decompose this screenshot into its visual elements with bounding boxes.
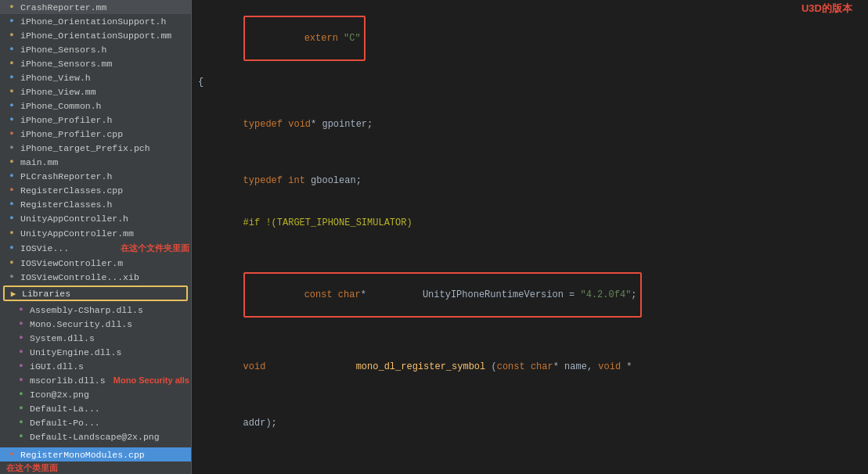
annotation-class-label: 在这个类里面: [6, 462, 58, 474]
code-line-typedef-void: typedef void* gpointer;: [192, 89, 868, 145]
sidebar-item-iphone-prefix[interactable]: ● iPhone_target_Prefix.pch: [0, 141, 191, 155]
sidebar-item-iosview-h[interactable]: ● IOSVie...: [0, 241, 121, 255]
file-tree-sidebar[interactable]: ● CrashReporter.mm ● iPhone_OrientationS…: [0, 0, 192, 474]
pch-file-icon: ●: [6, 142, 17, 153]
mm-file-icon: ●: [6, 86, 17, 97]
sidebar-item-iosviewcontroller-xib[interactable]: ● IOSViewControlle...xib: [0, 270, 191, 284]
xib-file-icon: ●: [6, 271, 17, 282]
annotation-folder-label: 在这个文件夹里面: [121, 242, 189, 254]
s-file-icon: ●: [16, 318, 27, 329]
mm-file-icon: ●: [6, 257, 17, 268]
png-file-icon: ●: [16, 417, 27, 428]
sidebar-item-crashreporter[interactable]: ● CrashReporter.mm: [0, 0, 191, 14]
code-editor-main[interactable]: extern "C" U3D的版本 { typedef void* gpoint…: [192, 0, 868, 474]
sidebar-item-iphone-profiler-h[interactable]: ● iPhone_Profiler.h: [0, 113, 191, 127]
sidebar-item-default-po[interactable]: ● Default-Po...: [0, 415, 191, 429]
sidebar-item-iphone-orient-h[interactable]: ● iPhone_OrientationSupport.h: [0, 14, 191, 28]
h-file-icon: ●: [6, 16, 17, 27]
cpp-file-icon: ●: [6, 449, 17, 460]
sidebar-item-plcrash-h[interactable]: ● PLCrashReporter.h: [0, 169, 191, 183]
sidebar-item-mscorlib-s[interactable]: ● mscorlib.dll.s: [0, 373, 113, 387]
png-file-icon: ●: [16, 431, 27, 442]
s-file-icon: ●: [16, 332, 27, 343]
sidebar-item-igui-s[interactable]: ● iGUI.dll.s: [0, 359, 191, 373]
h-file-icon: ●: [6, 171, 17, 181]
s-file-icon: ●: [16, 375, 27, 386]
code-line-runtime-version: const char* UnityIPhoneRuntimeVersion = …: [192, 244, 868, 332]
sidebar-item-unityengine-s[interactable]: ● UnityEngine.dll.s: [0, 345, 191, 359]
h-file-icon: ●: [6, 199, 17, 210]
sidebar-item-iphone-orient-mm[interactable]: ● iPhone_OrientationSupport.mm: [0, 28, 191, 42]
h-file-icon: ●: [6, 242, 17, 253]
code-line-mono-dl: void mono_dl_register_symbol (const char…: [192, 332, 868, 388]
code-line-extern-c: extern "C" U3D的版本: [192, 2, 868, 75]
cpp-file-icon: ●: [6, 185, 17, 196]
h-file-icon: ●: [6, 72, 17, 83]
sidebar-item-registermonomodules-cpp[interactable]: ● RegisterMonoModules.cpp: [0, 447, 191, 461]
png-file-icon: ●: [16, 389, 27, 400]
annotation-mono-security-label: Mono Security alls: [113, 375, 189, 385]
mm-file-icon: ●: [6, 156, 17, 167]
sidebar-item-icon-png[interactable]: ● Icon@2x.png: [0, 387, 191, 401]
sidebar-item-unityappcontroller-h[interactable]: ● UnityAppController.h: [0, 211, 191, 225]
sidebar-item-mono-security-s[interactable]: ● Mono.Security.dll.s: [0, 317, 191, 331]
sidebar-item-default-landscape[interactable]: ● Default-Landscape@2x.png: [0, 429, 191, 443]
cpp-file-icon: ●: [6, 128, 17, 139]
sidebar-item-registerclasses-h[interactable]: ● RegisterClasses.h: [0, 197, 191, 211]
sidebar-item-iphone-sensors-mm[interactable]: ● iPhone_Sensors.mm: [0, 56, 191, 70]
code-line-if-target: #if !(TARGET_IPHONE_SIMULATOR): [192, 202, 868, 244]
sidebar-item-default-la[interactable]: ● Default-La...: [0, 401, 191, 415]
h-file-icon: ●: [6, 44, 17, 55]
sidebar-item-registerclasses-cpp[interactable]: ● RegisterClasses.cpp: [0, 183, 191, 197]
sidebar-item-assembly-csharp-s[interactable]: ● Assembly-CSharp.dll.s: [0, 303, 191, 317]
sidebar-item-iphone-view-mm[interactable]: ● iPhone_View.mm: [0, 84, 191, 99]
mm-file-icon: ●: [6, 2, 17, 13]
code-line-mono-dl-addr: addr);: [192, 388, 868, 444]
sidebar-item-iphone-profiler-cpp[interactable]: ● iPhone_Profiler.cpp: [0, 127, 191, 141]
s-file-icon: ●: [16, 361, 27, 372]
code-content-area: extern "C" U3D的版本 { typedef void* gpoint…: [192, 2, 868, 474]
mm-file-icon: ●: [6, 228, 17, 239]
png-file-icon: ●: [16, 403, 27, 414]
sidebar-item-unityappcontroller-mm[interactable]: ● UnityAppController.mm: [0, 226, 191, 240]
libraries-folder[interactable]: ▶ Libraries: [3, 285, 188, 301]
sidebar-item-system-s[interactable]: ● System.dll.s: [0, 331, 191, 345]
sidebar-item-main-mm[interactable]: ● main.mm: [0, 155, 191, 169]
code-line-typedef-int: typedef int gboolean;: [192, 145, 868, 202]
code-line-brace-open: {: [192, 75, 868, 89]
s-file-icon: ●: [16, 347, 27, 357]
s-file-icon: ●: [16, 304, 27, 315]
sidebar-item-iphone-sensors-h[interactable]: ● iPhone_Sensors.h: [0, 42, 191, 56]
code-line-extern-int: extern int mono_ficall_flag;: [192, 444, 868, 474]
mm-file-icon: ●: [6, 58, 17, 69]
h-file-icon: ●: [6, 114, 17, 125]
h-file-icon: ●: [6, 100, 17, 111]
h-file-icon: ●: [6, 213, 17, 224]
mm-file-icon: ●: [6, 30, 17, 41]
folder-icon: ▶: [8, 288, 19, 299]
sidebar-item-iphone-common-h[interactable]: ● iPhone_Common.h: [0, 99, 191, 113]
sidebar-item-iosviewcontroller-m[interactable]: ● IOSViewController.m: [0, 256, 191, 270]
u3d-version-annotation: U3D的版本: [801, 2, 852, 16]
sidebar-item-iphone-view-h[interactable]: ● iPhone_View.h: [0, 70, 191, 84]
